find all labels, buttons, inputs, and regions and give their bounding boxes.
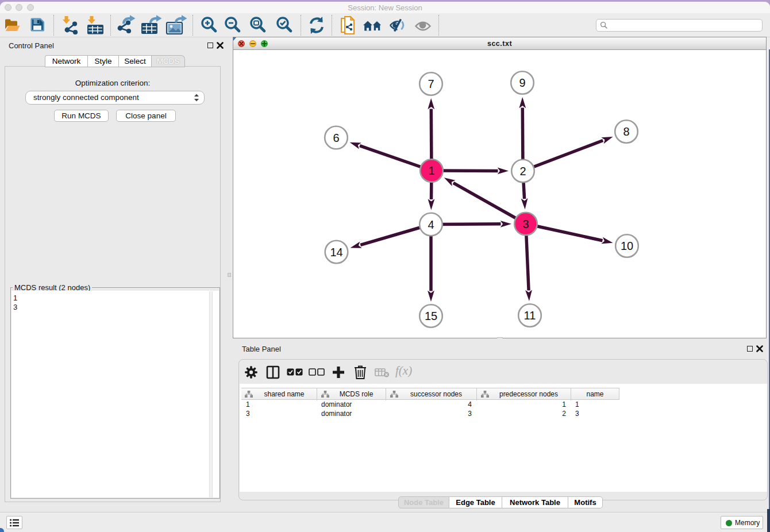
svg-text:11: 11 bbox=[524, 309, 536, 322]
svg-text:14: 14 bbox=[330, 246, 342, 259]
svg-text:4: 4 bbox=[428, 218, 434, 231]
svg-text:1: 1 bbox=[428, 164, 434, 177]
svg-text:8: 8 bbox=[623, 125, 629, 138]
svg-text:10: 10 bbox=[621, 240, 633, 252]
svg-text:2: 2 bbox=[519, 165, 526, 178]
svg-text:7: 7 bbox=[428, 78, 434, 90]
svg-text:3: 3 bbox=[522, 218, 529, 230]
svg-text:9: 9 bbox=[519, 76, 525, 89]
svg-text:6: 6 bbox=[333, 132, 339, 144]
svg-text:15: 15 bbox=[425, 310, 437, 322]
